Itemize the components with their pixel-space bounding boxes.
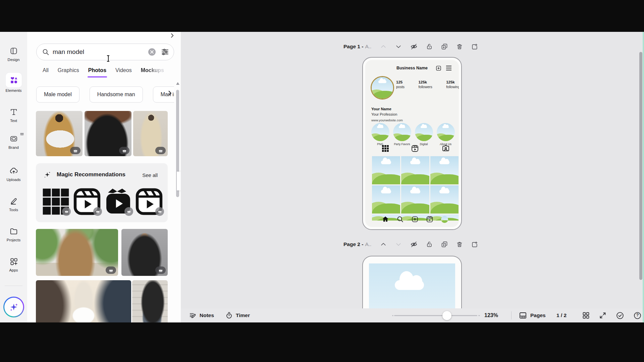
reels-outline-element[interactable] bbox=[73, 188, 101, 215]
filter-sliders-icon[interactable] bbox=[161, 48, 169, 56]
post-thumbnail bbox=[372, 185, 400, 214]
profile-picture bbox=[371, 76, 394, 100]
photo-result[interactable] bbox=[85, 111, 131, 156]
sidebar-item-label: Design bbox=[0, 58, 27, 62]
tab-graphics[interactable]: Graphics bbox=[58, 67, 79, 77]
photo-result[interactable] bbox=[36, 280, 131, 322]
page-2-title[interactable]: Page 2 -A.. bbox=[343, 241, 371, 247]
tabs-scroll-chevron-icon[interactable] bbox=[169, 33, 175, 40]
move-page-down-icon[interactable] bbox=[395, 241, 402, 248]
move-page-up-icon[interactable] bbox=[380, 43, 387, 50]
delete-page-icon[interactable] bbox=[456, 241, 463, 248]
reels-filled-element[interactable] bbox=[105, 188, 132, 215]
tab-mockups[interactable]: Mockups bbox=[141, 67, 164, 77]
sidebar-item-label: Elements bbox=[0, 88, 27, 93]
design-icon bbox=[6, 45, 21, 57]
photo-result[interactable] bbox=[132, 280, 168, 322]
tagged-tab-icon bbox=[442, 144, 450, 153]
duplicate-page-icon[interactable] bbox=[441, 241, 448, 248]
tab-videos[interactable]: Videos bbox=[115, 67, 132, 77]
duplicate-page-icon[interactable] bbox=[441, 43, 448, 50]
stat-following: 125k following bbox=[446, 80, 459, 89]
add-page-icon[interactable] bbox=[471, 43, 478, 50]
profile-nav-avatar bbox=[441, 216, 448, 223]
help-icon[interactable]: ? bbox=[633, 311, 642, 320]
text-icon bbox=[6, 106, 21, 118]
tab-photos[interactable]: Photos bbox=[88, 67, 106, 77]
photo-result[interactable] bbox=[121, 229, 168, 276]
pro-crown-badge bbox=[155, 147, 166, 154]
sparkle-icon bbox=[4, 298, 23, 316]
stat-followers: 125k followers bbox=[418, 80, 432, 89]
zoom-slider[interactable] bbox=[394, 315, 477, 316]
sidebar-item-projects[interactable]: Projects bbox=[0, 226, 27, 242]
sidebar-item-design[interactable]: Design bbox=[0, 45, 27, 62]
sidebar-item-uploads[interactable]: Uploads bbox=[0, 165, 27, 182]
page-title-suffix: A.. bbox=[365, 241, 371, 247]
canva-editor-screen: Design Elements Text bbox=[0, 0, 644, 362]
photo-result[interactable] bbox=[36, 229, 118, 276]
sidebar-item-label: Tools bbox=[0, 208, 27, 212]
result-tabs: All Graphics Photos Videos Mockups bbox=[43, 67, 174, 77]
sidebar-item-elements[interactable]: Elements bbox=[0, 73, 27, 93]
post-thumbnail bbox=[401, 185, 429, 214]
lock-page-icon[interactable] bbox=[426, 43, 433, 50]
pro-crown-badge bbox=[124, 207, 133, 216]
post-thumbnail bbox=[401, 156, 429, 184]
hide-page-icon[interactable] bbox=[410, 43, 418, 50]
pills-scroll-chevron-icon[interactable] bbox=[167, 90, 173, 98]
notes-button[interactable]: Notes bbox=[189, 312, 214, 319]
search-input[interactable] bbox=[53, 48, 148, 56]
lock-page-icon[interactable] bbox=[426, 241, 433, 248]
magic-recommendations-title: Magic Recommendations bbox=[57, 171, 125, 178]
canvas-scrollbar[interactable] bbox=[639, 52, 642, 280]
fullscreen-icon[interactable] bbox=[599, 311, 607, 319]
instagram-profile-mockup: Business Name 125 posts 1 bbox=[365, 60, 459, 227]
design-canvas: Page 1 -A.. Business Name bbox=[181, 32, 644, 322]
move-page-down-icon[interactable] bbox=[395, 43, 402, 50]
photo-result[interactable] bbox=[36, 111, 83, 156]
scroll-up-arrow-icon[interactable] bbox=[176, 82, 179, 85]
sidebar-item-tools[interactable]: Tools bbox=[0, 195, 27, 212]
photo-result[interactable] bbox=[133, 111, 168, 156]
sidebar-item-text[interactable]: Text bbox=[0, 106, 27, 123]
post-thumbnail bbox=[430, 156, 459, 184]
sidebar-item-apps[interactable]: Apps bbox=[0, 256, 27, 272]
tab-all[interactable]: All bbox=[43, 67, 49, 77]
ig-bottom-nav bbox=[365, 215, 459, 225]
pill-male-model[interactable]: Male model bbox=[36, 86, 79, 103]
highlight-item: Party Favors bbox=[391, 123, 413, 146]
clear-search-icon[interactable] bbox=[148, 48, 156, 56]
timer-button[interactable]: Timer bbox=[225, 312, 250, 319]
pill-handsome-man[interactable]: Handsome man bbox=[90, 86, 143, 103]
reels-outline-element[interactable] bbox=[136, 188, 163, 215]
pro-crown-badge bbox=[93, 207, 102, 216]
sidebar: Design Elements Text bbox=[0, 32, 27, 322]
elements-panel: All Graphics Photos Videos Mockups Male … bbox=[27, 32, 181, 322]
folder-icon bbox=[6, 226, 21, 237]
zoom-level[interactable]: 123% bbox=[484, 312, 498, 318]
zoom-slider-thumb[interactable] bbox=[442, 311, 451, 320]
add-page-icon[interactable] bbox=[471, 241, 478, 248]
sidebar-item-label: Apps bbox=[0, 268, 27, 272]
highlight-item: PNG bbox=[369, 123, 391, 146]
ig-create-post-icon bbox=[436, 65, 441, 72]
pages-button[interactable]: Pages bbox=[519, 311, 546, 319]
page-1-title[interactable]: Page 1 -A.. bbox=[343, 44, 371, 50]
saved-check-icon[interactable] bbox=[616, 311, 624, 320]
pro-crown-badge bbox=[119, 147, 129, 154]
page-1-artboard[interactable]: Business Name 125 posts 1 bbox=[362, 57, 462, 230]
sidebar-item-brand[interactable]: Brand bbox=[0, 133, 27, 149]
profile-tab-icons bbox=[365, 144, 459, 155]
grid-layout-element[interactable] bbox=[42, 188, 69, 215]
stat-posts: 125 posts bbox=[396, 80, 405, 89]
screen-edge-strip bbox=[643, 32, 644, 322]
see-all-link[interactable]: See all bbox=[142, 172, 158, 178]
question-mark-glyph: ? bbox=[636, 312, 639, 317]
hide-page-icon[interactable] bbox=[410, 241, 418, 248]
pen-tool-icon bbox=[6, 195, 21, 207]
grid-view-icon[interactable] bbox=[582, 311, 590, 319]
magic-assistant-button[interactable] bbox=[3, 297, 24, 317]
move-page-up-icon[interactable] bbox=[380, 241, 387, 248]
delete-page-icon[interactable] bbox=[456, 43, 463, 50]
